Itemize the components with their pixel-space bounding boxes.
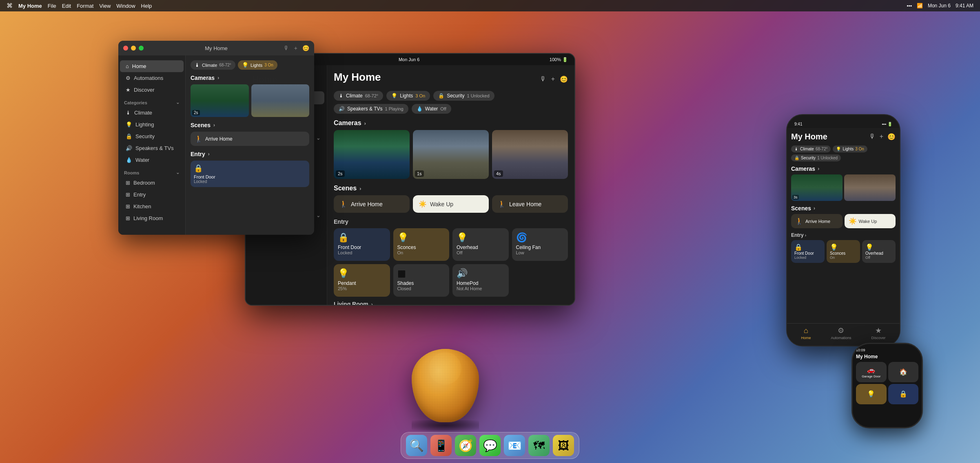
minimize-button[interactable] [131, 46, 136, 51]
watch-card-light[interactable]: 💡 [856, 384, 887, 404]
scene-arrive-home[interactable]: 🚶 Arrive Home [191, 132, 309, 146]
camera-pool[interactable]: 2s [191, 84, 249, 117]
sidebar-item-living-room[interactable]: ⊞ Living Room [120, 212, 184, 224]
sidebar-item-discover[interactable]: ★ Discover [120, 84, 184, 96]
ipad-rooms-chevron[interactable]: ⌄ [316, 213, 320, 218]
dock-messages[interactable]: 💬 [479, 435, 501, 456]
iphone-cam-pool[interactable]: 3s [791, 174, 843, 201]
dock-mail[interactable]: 📧 [504, 435, 525, 456]
iphone-cam-indoor[interactable] [844, 174, 896, 201]
camera-patio[interactable] [251, 84, 310, 117]
iphone-badge-climate[interactable]: 🌡 Climate 68-72° [791, 146, 831, 152]
ipad-homepod[interactable]: 🔊 HomePod Not At Home [452, 264, 509, 297]
ipad-cameras-arrow[interactable]: › [364, 120, 366, 126]
ipad-cam-pool[interactable]: 2s [334, 130, 410, 179]
living-room-arrow[interactable]: › [371, 302, 373, 305]
iphone-tab-discover[interactable]: ★ Discover [871, 326, 885, 340]
iphone-front-door[interactable]: 🔒 Front Door Locked [791, 240, 825, 263]
ipad-badge-speakers[interactable]: 🔊 Speakers & TVs 1 Playing [334, 104, 408, 114]
scenes-arrow[interactable]: › [213, 122, 215, 128]
mac-titlebar: My Home 🎙 + 😊 [118, 41, 314, 55]
sidebar-item-security[interactable]: 🔒 Security [120, 130, 184, 142]
menu-edit[interactable]: Edit [62, 3, 71, 9]
iphone-sconces[interactable]: 💡 Sconces On [827, 240, 860, 263]
ipad-cam-patio[interactable]: 1s [413, 130, 489, 179]
mic-icon[interactable]: 🎙 [284, 45, 289, 51]
ipad-badge-climate[interactable]: 🌡 Climate 68-72° [334, 91, 383, 101]
apple-menu[interactable]: ⌘ [7, 2, 13, 9]
sidebar-item-home[interactable]: ⌂ Home [120, 60, 184, 72]
ipad-badge-water[interactable]: 💧 Water Off [412, 104, 451, 114]
ipad-scene-wake-up[interactable]: ☀️ Wake Up [413, 195, 489, 213]
ipad-face-icon[interactable]: 😊 [560, 75, 568, 83]
iphone-badge-lights[interactable]: 💡 Lights 3 On [833, 146, 867, 152]
ipad-shades[interactable]: ▦ Shades Closed [393, 264, 450, 297]
ipad-scene-leave-home[interactable]: 🚶 Leave Home [492, 195, 568, 213]
ipad-add-icon[interactable]: + [551, 75, 555, 83]
menu-window[interactable]: Window [116, 3, 135, 9]
ipad-ceiling-fan[interactable]: 🌀 Ceiling Fan Low [512, 228, 568, 261]
iphone-entry-arrow[interactable]: › [805, 233, 806, 238]
iphone-tab-automations[interactable]: ⚙ Automations [831, 326, 851, 340]
sidebar-item-automations[interactable]: ⚙ Automations [120, 72, 184, 84]
watch-card-garage[interactable]: 🚗 Garage Door [856, 362, 887, 382]
entry-arrow[interactable]: › [208, 151, 210, 157]
mac-badge-climate[interactable]: 🌡 Climate 68-72° [191, 60, 235, 70]
chevron-categories[interactable]: ⌄ [176, 100, 180, 105]
sidebar-item-water[interactable]: 💧 Water [120, 154, 184, 166]
sidebar-item-kitchen[interactable]: ⊞ Kitchen [120, 201, 184, 212]
iphone-badge-security[interactable]: 🔒 Security 1 Unlocked [791, 154, 841, 161]
menu-view[interactable]: View [99, 3, 111, 9]
iphone-mic-icon[interactable]: 🎙 [869, 133, 876, 141]
iphone-scenes-arrow[interactable]: › [814, 205, 815, 211]
sidebar-item-entry[interactable]: ⊞ Entry [120, 189, 184, 201]
ipad-front-door[interactable]: 🔒 Front Door Locked [334, 228, 390, 261]
sidebar-item-speakers[interactable]: 🔊 Speakers & TVs [120, 142, 184, 154]
iphone-face-icon[interactable]: 😊 [887, 133, 896, 141]
iphone-cameras-arrow[interactable]: › [818, 166, 819, 172]
ipad-badge-lights[interactable]: 💡 Lights 3 On [386, 91, 430, 101]
ipad-pendant-name: Pendant [338, 280, 386, 286]
watch-card-home[interactable]: 🏠 [888, 362, 919, 382]
ipad-cam-indoor[interactable]: 4s [492, 130, 568, 179]
iphone-add-icon[interactable]: + [880, 133, 883, 141]
maximize-button[interactable] [139, 46, 144, 51]
menu-time: 9:41 AM [956, 3, 973, 9]
add-icon[interactable]: + [294, 45, 297, 51]
ipad-categories-chevron[interactable]: ⌄ [316, 135, 320, 141]
sidebar-item-bedroom[interactable]: ⊞ Bedroom [120, 177, 184, 189]
dock-photos[interactable]: 🖼 [553, 435, 574, 456]
sidebar-item-climate[interactable]: 🌡 Climate [120, 107, 184, 119]
menu-file[interactable]: File [48, 3, 56, 9]
dock-finder[interactable]: 🔍 [406, 435, 427, 456]
cameras-arrow[interactable]: › [217, 75, 219, 81]
front-door-device[interactable]: 🔒 Front Door Locked [191, 161, 309, 187]
dock-launchpad[interactable]: 📱 [430, 435, 452, 456]
menubar-left: ⌘ My Home File Edit Format View Window H… [7, 2, 900, 9]
ipad-mic-icon[interactable]: 🎙 [540, 75, 546, 83]
dock-maps[interactable]: 🗺 [528, 435, 550, 456]
menu-help[interactable]: Help [141, 3, 152, 9]
ipad-badge-security[interactable]: 🔒 Security 1 Unlocked [433, 91, 494, 101]
iphone-scene-arrive-home[interactable]: 🚶 Arrive Home [791, 214, 843, 228]
iphone-tab-discover-icon: ★ [875, 326, 882, 335]
iphone-tab-home[interactable]: ⌂ Home [801, 326, 811, 340]
bedroom-icon: ⊞ [126, 180, 130, 186]
chevron-rooms[interactable]: ⌄ [176, 170, 180, 175]
ipad-pendant[interactable]: 💡 Pendant 25% [334, 264, 390, 297]
ipad-overhead[interactable]: 💡 Overhead Off [452, 228, 509, 261]
iphone-scene-wake-up[interactable]: ☀️ Wake Up [845, 214, 896, 228]
face-icon[interactable]: 😊 [302, 45, 309, 51]
app-name[interactable]: My Home [18, 3, 42, 9]
dock-safari[interactable]: 🧭 [455, 435, 476, 456]
menu-format[interactable]: Format [77, 3, 93, 9]
close-button[interactable] [123, 46, 128, 51]
mac-badge-lights[interactable]: 💡 Lights 3 On [238, 60, 277, 70]
iphone-overhead[interactable]: 💡 Overhead Off [862, 240, 896, 263]
sidebar-item-lighting[interactable]: 💡 Lighting [120, 119, 184, 130]
iphone-security-sub: 1 Unlocked [817, 156, 838, 160]
watch-card-lock[interactable]: 🔒 [888, 384, 919, 404]
ipad-scene-arrive-home[interactable]: 🚶 Arrive Home [334, 195, 410, 213]
ipad-scenes-arrow[interactable]: › [359, 185, 361, 192]
ipad-sconces[interactable]: 💡 Sconces On [393, 228, 450, 261]
